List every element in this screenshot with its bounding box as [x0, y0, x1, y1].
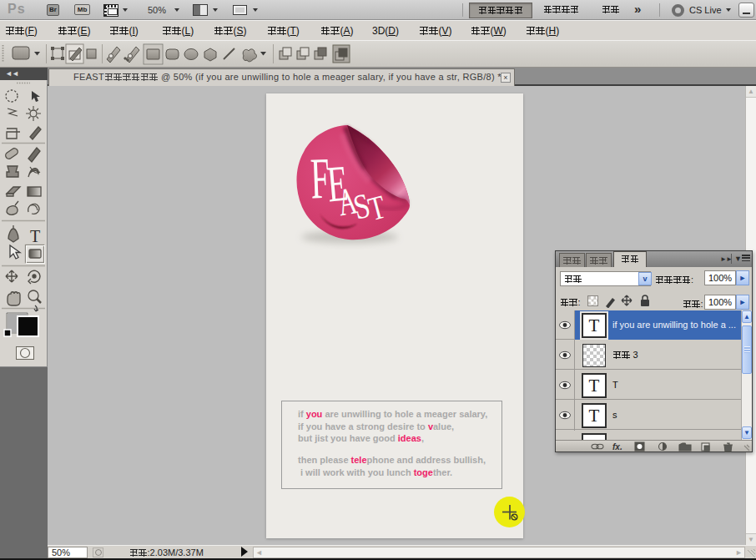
svg-text:T: T — [30, 227, 40, 245]
svg-text:fx.: fx. — [612, 442, 622, 452]
